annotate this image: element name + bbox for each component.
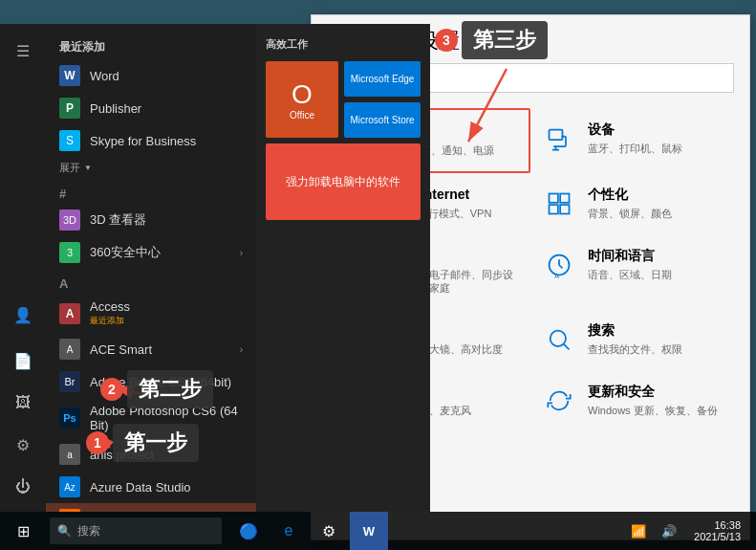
app-alibaba[interactable]: 旺 阿里旺旺 (46, 503, 256, 512)
app-access[interactable]: A Access 最近添加 (46, 294, 256, 333)
word-icon: W (59, 65, 80, 86)
tile-store[interactable]: Microsoft Store (344, 102, 421, 138)
taskbar-edge-icon[interactable]: e (270, 512, 308, 550)
publisher-icon: P (59, 98, 80, 119)
alpha-a: A (46, 269, 256, 294)
app-access-label: Access (90, 299, 130, 314)
power-strip-icon[interactable]: ⏻ (6, 470, 40, 504)
settings-item-search-desc: 查找我的文件、权限 (588, 342, 730, 356)
office-tile-icon: O (292, 79, 313, 110)
photoshop-icon: Ps (59, 407, 80, 429)
app-word-label: Word (90, 69, 119, 83)
taskbar-word-icon[interactable]: W (350, 512, 388, 550)
access-icon: A (59, 303, 80, 324)
settings-item-personalization[interactable]: 个性化 背景、锁屏、颜色 (530, 173, 742, 234)
settings-item-search[interactable]: 搜索 查找我的文件、权限 (530, 309, 742, 370)
settings-item-update-title: 更新和安全 (588, 384, 730, 401)
app-publisher[interactable]: P Publisher (46, 92, 256, 124)
tiles-row-2: 强力卸载电脑中的软件 (266, 143, 421, 220)
svg-text:A: A (554, 273, 559, 278)
app-3d-label: 3D 查看器 (90, 211, 146, 229)
app-360[interactable]: 3 360安全中心 › (46, 236, 256, 269)
tile-edge[interactable]: Microsoft Edge (344, 61, 421, 97)
settings-item-time-text: 时间和语言 语音、区域、日期 (588, 248, 730, 281)
tiles-col-right: Microsoft Edge Microsoft Store (344, 61, 421, 138)
taskbar-right: 📶 🔊 16:38 2021/5/13 (625, 519, 756, 542)
taskbar-clock[interactable]: 16:38 2021/5/13 (686, 519, 748, 542)
settings-item-device[interactable]: 设备 蓝牙、打印机、鼠标 (530, 108, 742, 173)
start-icons-strip: ☰ 👤 📄 🖼 ⚙ ⏻ (0, 24, 46, 512)
app-azure-label: Azure Data Studio (90, 480, 191, 495)
ahis-icon: a (59, 444, 80, 465)
step3-number: 3 (435, 29, 458, 52)
360-chevron: › (240, 248, 243, 258)
tile-office[interactable]: O Office (266, 61, 338, 138)
svg-rect-7 (550, 194, 558, 203)
settings-item-search-title: 搜索 (588, 322, 730, 340)
taskbar-volume-icon[interactable]: 🔊 (656, 520, 682, 542)
pictures-strip-icon[interactable]: 🖼 (6, 385, 40, 420)
ace-icon: A (59, 339, 80, 360)
taskbar-gear-icon[interactable]: ⚙ (310, 512, 348, 550)
step2-annotation: 2 第二步 (100, 370, 213, 408)
app-ace[interactable]: A ACE Smart › (46, 333, 256, 365)
settings-item-update-desc: Windows 更新、恢复、备份 (588, 404, 730, 417)
azure-icon: Az (59, 476, 80, 497)
step1-annotation: 1 第一步 (86, 424, 199, 462)
start-menu: ☰ 👤 📄 🖼 ⚙ ⏻ 最近添加 W Word P Publisher (0, 24, 430, 512)
app-publisher-label: Publisher (90, 101, 141, 116)
settings-item-device-text: 设备 蓝牙、打印机、鼠标 (588, 121, 730, 155)
svg-rect-3 (550, 130, 563, 141)
document-strip-icon[interactable]: 📄 (6, 343, 40, 378)
step3-annotation: 3 第三步 (435, 21, 548, 59)
app-access-text: Access 最近添加 (90, 299, 130, 327)
svg-rect-9 (550, 205, 558, 213)
tiles-panel: 高效工作 O Office Microsoft Edge Microsoft S… (256, 24, 430, 512)
hamburger-icon[interactable]: ☰ (6, 33, 40, 68)
taskbar-cortana-icon[interactable]: 🔵 (229, 512, 268, 550)
expand-button[interactable]: 展开 ▼ (46, 157, 256, 179)
app-skype[interactable]: S Skype for Business (46, 124, 256, 157)
settings-item-device-desc: 蓝牙、打印机、鼠标 (588, 142, 730, 155)
step2-label: 第二步 (127, 370, 213, 408)
desktop: Windows 设置 系统 显示、声音、通知、电源 设备 (0, 0, 756, 550)
time-icon: A (542, 248, 576, 282)
taskbar-network-icon[interactable]: 📶 (625, 520, 652, 542)
step1-label: 第一步 (113, 424, 199, 462)
settings-item-time-desc: 语音、区域、日期 (588, 268, 730, 281)
settings-strip-icon[interactable]: ⚙ (6, 428, 40, 462)
start-button[interactable]: ⊞ (0, 512, 46, 550)
user-strip-icon[interactable]: 👤 (6, 297, 40, 332)
settings-item-time[interactable]: A 时间和语言 语音、区域、日期 (530, 234, 742, 309)
settings-item-update[interactable]: 更新和安全 Windows 更新、恢复、备份 (530, 370, 742, 431)
expand-chevron: ▼ (84, 164, 92, 172)
settings-item-update-text: 更新和安全 Windows 更新、恢复、备份 (588, 384, 730, 417)
app-access-badge: 最近添加 (90, 315, 130, 327)
device-icon (542, 121, 576, 156)
svg-point-15 (551, 330, 566, 345)
taskbar-time-display: 16:38 (694, 519, 741, 531)
settings-item-personalization-text: 个性化 背景、锁屏、颜色 (588, 187, 730, 220)
alpha-hash: # (46, 179, 256, 204)
taskbar-search-text: 搜索 (77, 523, 100, 539)
taskbar-date-display: 2021/5/13 (694, 531, 741, 542)
step2-number: 2 (100, 378, 123, 401)
edge-tile-label: Microsoft Edge (351, 74, 415, 84)
app-word[interactable]: W Word (46, 59, 256, 92)
app-ace-label: ACE Smart (90, 342, 152, 357)
tile-qiangli[interactable]: 强力卸载电脑中的软件 (266, 143, 421, 220)
start-menu-content: ☰ 👤 📄 🖼 ⚙ ⏻ 最近添加 W Word P Publisher (0, 24, 430, 512)
app-azure[interactable]: Az Azure Data Studio (46, 471, 256, 503)
app-3d[interactable]: 3D 3D 查看器 (46, 204, 256, 236)
step3-label: 第三步 (462, 21, 548, 59)
taskbar-search-box[interactable]: 🔍 搜索 (50, 517, 222, 544)
personalization-icon (542, 187, 576, 221)
svg-rect-8 (560, 194, 569, 203)
update-icon (542, 384, 576, 418)
settings-item-personalization-title: 个性化 (588, 187, 730, 204)
qiangli-tile-label: 强力卸载电脑中的软件 (286, 174, 400, 190)
taskbar: ⊞ 🔍 搜索 🔵 e ⚙ W 📶 🔊 16:38 2021/5/13 (0, 512, 756, 550)
app-skype-label: Skype for Business (90, 134, 196, 148)
settings-item-personalization-desc: 背景、锁屏、颜色 (588, 207, 730, 220)
tiles-section-header: 高效工作 (266, 37, 421, 52)
